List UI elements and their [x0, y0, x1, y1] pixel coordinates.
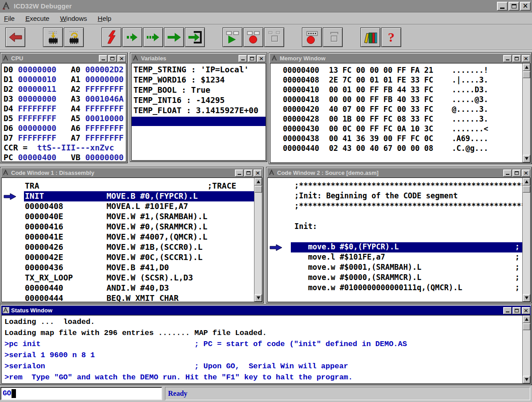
minimize-button[interactable]: [239, 55, 247, 62]
maximize-button[interactable]: [509, 2, 519, 11]
scroll-up-button[interactable]: [523, 178, 530, 185]
program-chip-button[interactable]: [43, 28, 63, 47]
verify-chip-button[interactable]: [64, 28, 84, 47]
scroll-up-button[interactable]: [523, 63, 530, 71]
maximize-button[interactable]: [512, 55, 521, 62]
disassembly-row[interactable]: 00000416MOVE.W #0,(SRAMMCR).L: [2, 222, 254, 232]
source-window-titlebar[interactable]: Code Window 2 : Source [demo.asm] ×: [267, 168, 531, 177]
close-button[interactable]: ×: [257, 55, 266, 62]
variables-window-titlebar[interactable]: Variables ×: [131, 54, 266, 63]
memory-row[interactable]: 0000040013 FC 00 00 00 FF FA 21.......!: [270, 66, 522, 75]
disassembly-row[interactable]: 00000436MOVE.B #41,D0: [2, 263, 254, 273]
register-row[interactable]: D2 00000011 A2 FFFFFFFF: [4, 84, 126, 94]
close-button[interactable]: ×: [254, 169, 262, 177]
disassembly-row[interactable]: 00000444BEQ.W XMIT_CHAR: [2, 293, 254, 302]
scroll-down-button[interactable]: [254, 294, 262, 302]
command-input[interactable]: GO: [0, 387, 162, 400]
disassembly-row[interactable]: 00000408MOVEA.L #101FE,A7: [2, 201, 254, 212]
minimize-button[interactable]: [503, 55, 512, 62]
disassembly-row[interactable]: INITMOVE.B #0,(FYPCR).L: [2, 191, 254, 201]
close-button[interactable]: ×: [522, 55, 530, 62]
register-row[interactable]: D5 FFFFFFFF A5 00010000: [4, 114, 126, 123]
source-row[interactable]: move.l #$101FE,a7;: [268, 252, 522, 263]
scroll-thumb[interactable]: [523, 323, 530, 330]
menu-item[interactable]: Help: [95, 14, 113, 23]
register-row[interactable]: D3 00000000 A3 0001046A: [4, 94, 126, 104]
close-button[interactable]: ×: [117, 55, 126, 62]
scroll-up-button[interactable]: [523, 315, 530, 323]
scroll-up-button[interactable]: [254, 178, 262, 185]
maximize-button[interactable]: [512, 169, 521, 177]
minimize-button[interactable]: [503, 169, 512, 177]
memory-row[interactable]: 0000043000 0C 00 FF FC 0A 10 3C.......<: [270, 124, 522, 134]
go-ignore-breakpoints-button[interactable]: [223, 28, 243, 47]
scroll-track[interactable]: [523, 331, 530, 376]
vertical-scrollbar[interactable]: [522, 178, 530, 302]
minimize-button[interactable]: [235, 169, 243, 177]
menu-item[interactable]: Windows: [58, 14, 89, 23]
close-button[interactable]: ×: [520, 2, 531, 11]
menu-item[interactable]: File: [2, 14, 17, 23]
vertical-scrollbar[interactable]: [522, 315, 530, 383]
scroll-thumb[interactable]: [523, 186, 530, 193]
help-button[interactable]: ?: [381, 28, 401, 47]
clear-hardware-breakpoint-button[interactable]: [323, 28, 343, 47]
set-breakpoint-button[interactable]: [243, 28, 263, 47]
disassembly-row[interactable]: 0000040EMOVE.W #1,(SRAMBAH).L: [2, 212, 254, 222]
main-titlebar[interactable]: ICD32W Debugger ×: [0, 0, 532, 12]
source-row[interactable]: Init:: [268, 222, 522, 232]
source-row[interactable]: move.w #$0001,(SRAMBAH).L;: [268, 263, 522, 273]
source-row[interactable]: ;***************************************…: [268, 201, 522, 212]
maximize-button[interactable]: [244, 169, 253, 177]
status-window-titlebar[interactable]: Status Window ×: [1, 306, 531, 315]
minimize-button[interactable]: [497, 2, 508, 11]
scroll-track[interactable]: [523, 79, 530, 155]
step-over-button[interactable]: [143, 28, 163, 47]
clear-breakpoint-button[interactable]: [264, 28, 284, 47]
disassembly-row[interactable]: 00000440ANDI.W #40,D3: [2, 283, 254, 293]
register-row[interactable]: D7 FFFFFFFF A7 FFFFFFFF: [4, 133, 126, 143]
scroll-down-button[interactable]: [523, 376, 530, 383]
back-arrow-button[interactable]: [5, 28, 25, 47]
source-row[interactable]: move.w #$0000,(SRAMMCR).L;: [268, 273, 522, 283]
disassembly-row[interactable]: 00000426MOVE.W #1B,(SCCR0).L: [2, 242, 254, 252]
step-into-button[interactable]: [122, 28, 142, 47]
memory-row[interactable]: 000004082E 7C 00 01 01 FE 33 FC.|....3.: [270, 75, 522, 85]
maximize-button[interactable]: [108, 55, 117, 62]
disassembly-row[interactable]: TX_RX_LOOPMOVE.W (SCSR).L,D3: [2, 273, 254, 283]
memory-row[interactable]: 0000044002 43 00 40 67 00 00 08.C.@g...: [270, 144, 522, 154]
memory-row[interactable]: 0000041000 01 00 FF FB 44 33 FC.....D3.: [270, 85, 522, 95]
register-row[interactable]: PC 00000400 VB 00000000: [4, 153, 126, 162]
close-button[interactable]: ×: [522, 307, 530, 314]
source-row[interactable]: ;***************************************…: [268, 181, 522, 191]
disassembly-row[interactable]: 0000042EMOVE.W #0C,(SCCR1).L: [2, 252, 254, 263]
scroll-down-button[interactable]: [523, 294, 530, 302]
variable-row[interactable]: TEMP_STRING : 'IP=Local': [132, 65, 266, 75]
reset-button[interactable]: [102, 28, 121, 47]
menu-item[interactable]: Execute: [23, 14, 51, 23]
scroll-track[interactable]: [254, 193, 262, 294]
scroll-track[interactable]: [523, 193, 530, 294]
memory-row[interactable]: 0000042040 07 00 FF FC 00 33 FC@.....3.: [270, 105, 522, 114]
variable-row[interactable]: TEMP_WORD16 : $1234: [132, 75, 266, 85]
scroll-thumb[interactable]: [523, 71, 530, 78]
disassembly-row[interactable]: 0000041EMOVE.W #4007,(QMCR).L: [2, 232, 254, 242]
maximize-button[interactable]: [512, 307, 521, 314]
disassembly-window-titlebar[interactable]: Code Window 1 : Disassembly ×: [1, 168, 262, 177]
library-button[interactable]: [360, 28, 380, 47]
variable-row[interactable]: TEMP_INT16 : -14295: [132, 95, 266, 106]
source-row[interactable]: ;Init: Beginning of the CODE segment: [268, 191, 522, 201]
register-row[interactable]: CCR = ttS--III---xnZvc: [4, 143, 126, 153]
run-to-return-button[interactable]: [185, 28, 205, 47]
disassembly-row[interactable]: TRA;TRACE: [2, 181, 254, 191]
memory-row[interactable]: 0000042800 1B 00 FF FC 08 33 FC......3.: [270, 114, 522, 124]
register-row[interactable]: D0 00000000 A0 000002D2: [4, 65, 126, 75]
hardware-breakpoint-button[interactable]: [302, 28, 322, 47]
scroll-thumb[interactable]: [254, 186, 262, 193]
close-button[interactable]: ×: [522, 169, 530, 177]
source-row[interactable]: [268, 232, 522, 242]
variables-selected-row[interactable]: [132, 117, 266, 126]
source-row[interactable]: move.b #$0,(FYPCR).L;: [268, 242, 522, 252]
source-row[interactable]: move.w #0100000000000111q,(QMCR).L;: [268, 283, 522, 293]
register-row[interactable]: D6 00000000 A6 FFFFFFFF: [4, 123, 126, 133]
